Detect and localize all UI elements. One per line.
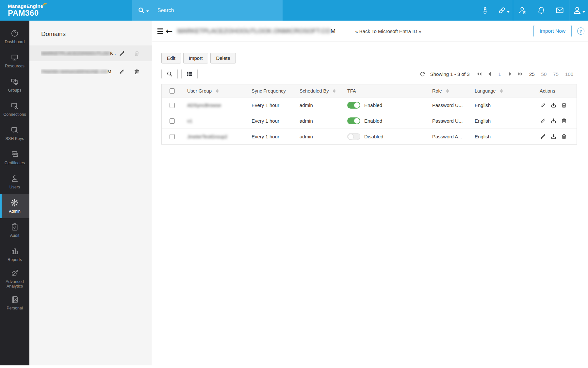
collapse-panel-icon[interactable]	[157, 28, 163, 34]
edit-domain-icon[interactable]	[119, 69, 125, 75]
link-caret-icon	[507, 11, 510, 13]
toolbar: Edit Import Delete	[161, 53, 577, 63]
tfa-state: Enabled	[364, 118, 382, 124]
mail-icon[interactable]	[550, 0, 569, 21]
sidebar-item-personal[interactable]: Personal	[0, 291, 29, 315]
gauge-icon	[10, 29, 19, 38]
table-search-button[interactable]	[161, 69, 178, 79]
row-checkbox[interactable]	[170, 103, 175, 108]
back-arrow-icon[interactable]: ←	[166, 27, 173, 35]
sidebar-item-connections[interactable]: Connections	[0, 97, 29, 121]
sidebar-item-audit[interactable]: Audit	[0, 218, 29, 242]
first-page-icon[interactable]	[474, 72, 485, 76]
edit-row-icon[interactable]	[540, 118, 546, 124]
next-page-icon[interactable]	[506, 72, 515, 76]
global-search-bar	[132, 0, 283, 21]
sidebar-item-reports[interactable]: Reports	[0, 242, 29, 267]
edit-row-icon[interactable]	[540, 102, 546, 108]
prev-page-icon[interactable]	[485, 72, 494, 76]
monitor-icon	[10, 53, 19, 62]
import-row-icon[interactable]	[550, 133, 557, 140]
column-header-language[interactable]: Language	[475, 88, 496, 94]
select-all-checkbox[interactable]	[170, 88, 175, 94]
table-tools-row: Showing 1 - 3 of 3 1 25 50 75 100	[161, 69, 577, 79]
main-content: ← MARKETPLACEZOHOOUTLOOK.ONMICROSOFT.COM…	[152, 21, 588, 365]
import-row-icon[interactable]	[550, 102, 557, 108]
account-caret-icon	[582, 11, 585, 13]
sort-icon[interactable]	[500, 89, 503, 93]
search-icon[interactable]	[138, 7, 145, 14]
page-size-75[interactable]: 75	[550, 71, 562, 77]
domain-name: PAM360.MANAGEENGINE.COM	[41, 69, 116, 74]
column-header-actions: Actions	[540, 88, 555, 94]
search-scope-caret-icon[interactable]	[146, 10, 149, 12]
table-row: v1 Every 1 hour admin Enabled Password U…	[162, 113, 577, 129]
page-size-50[interactable]: 50	[538, 71, 550, 77]
refresh-icon[interactable]	[419, 71, 426, 77]
gear-icon	[10, 199, 19, 207]
import-button[interactable]: Import	[183, 53, 208, 63]
sidebar-item-label: Certificates	[5, 161, 25, 165]
delete-row-icon[interactable]	[561, 133, 567, 140]
column-header-sync-frequency: Sync Frequency	[252, 88, 286, 94]
edit-button[interactable]: Edit	[161, 53, 181, 63]
back-to-entra-link[interactable]: « Back To Microsoft Entra ID »	[355, 28, 421, 34]
edit-domain-icon[interactable]	[119, 50, 125, 57]
import-row-icon[interactable]	[550, 118, 557, 124]
delete-row-icon[interactable]	[561, 102, 567, 108]
help-icon[interactable]: ?	[577, 27, 584, 35]
user-group-name: v1	[187, 118, 192, 124]
sidebar-item-dashboard[interactable]: Dashboard	[0, 25, 29, 49]
rocket-icon[interactable]	[476, 0, 494, 21]
column-chooser-button[interactable]	[181, 69, 198, 79]
brand-logo: ManageEngine PAM360	[8, 4, 43, 17]
scheduled-by: admin	[295, 134, 340, 139]
column-header-scheduled-by[interactable]: Scheduled By	[300, 88, 329, 94]
sidebar-item-certificates[interactable]: Certificates	[0, 146, 29, 170]
edit-row-icon[interactable]	[540, 133, 546, 140]
search-input[interactable]	[157, 8, 265, 13]
user-group-name: ADSyncBrowse	[187, 102, 221, 108]
sidebar-item-resources[interactable]: Resources	[0, 49, 29, 73]
sort-icon[interactable]	[216, 89, 219, 93]
domain-list-item[interactable]: PAM360.MANAGEENGINE.COM	[29, 64, 152, 79]
page-size-25[interactable]: 25	[526, 71, 538, 77]
user-group-name: JmeterTestGroup2	[187, 134, 227, 139]
bell-icon[interactable]	[532, 0, 550, 21]
tfa-toggle[interactable]	[347, 102, 360, 109]
column-header-user-group[interactable]: User Group	[187, 88, 212, 94]
tfa-toggle[interactable]	[347, 117, 360, 124]
link-icon[interactable]	[494, 0, 513, 21]
delete-domain-icon[interactable]	[134, 69, 140, 75]
showing-text: Showing 1 - 3 of 3	[430, 71, 470, 77]
account-icon[interactable]	[569, 0, 588, 21]
sidebar-item-ssh-keys[interactable]: SSH Keys	[0, 121, 29, 146]
row-checkbox[interactable]	[170, 134, 175, 139]
import-now-button[interactable]: Import Now	[533, 25, 572, 37]
sort-icon[interactable]	[446, 89, 449, 93]
tfa-toggle[interactable]	[347, 133, 360, 140]
language: English	[471, 134, 522, 139]
column-header-role[interactable]: Role	[432, 88, 442, 94]
user-star-icon[interactable]	[513, 0, 532, 21]
search-icon	[166, 71, 173, 77]
list-icon	[186, 71, 193, 77]
page-size-100[interactable]: 100	[562, 71, 577, 77]
last-page-icon[interactable]	[515, 72, 526, 76]
page-number[interactable]: 1	[494, 71, 506, 77]
delete-row-icon[interactable]	[561, 118, 567, 124]
sidebar-nav: Dashboard Resources Groups Connections S…	[0, 21, 29, 365]
sidebar-item-users[interactable]: Users	[0, 170, 29, 194]
sort-icon[interactable]	[333, 89, 335, 93]
bar-chart-icon	[10, 247, 19, 255]
delete-domain-icon[interactable]	[134, 50, 140, 57]
delete-button[interactable]: Delete	[210, 53, 236, 63]
row-checkbox[interactable]	[170, 118, 175, 124]
sidebar-item-admin[interactable]: Admin	[0, 194, 29, 218]
sidebar-item-advanced-analytics[interactable]: Advanced Analytics	[0, 267, 29, 291]
sidebar-item-groups[interactable]: Groups	[0, 73, 29, 97]
domain-list-item[interactable]: MARKETPLACEZOHOOUTLOOK....	[29, 45, 152, 61]
sidebar-item-label: Reports	[8, 257, 22, 262]
domain-actions	[119, 69, 140, 75]
sync-frequency: Every 1 hour	[247, 134, 295, 139]
